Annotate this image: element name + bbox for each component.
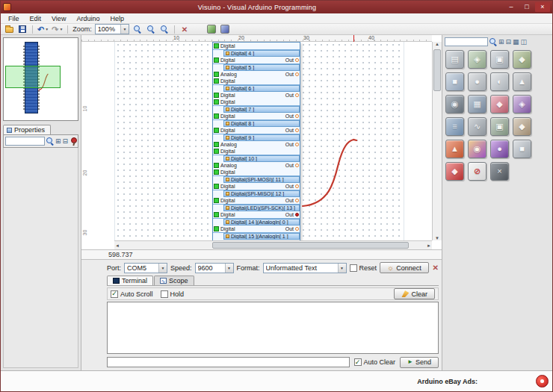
- filter-icon[interactable]: ◫: [521, 39, 528, 46]
- board-channel[interactable]: Digital[ 7 ]DigitalOut: [213, 105, 300, 119]
- board-channel[interactable]: Digital[ 4 ]DigitalOut: [213, 49, 300, 63]
- open-button[interactable]: [4, 25, 14, 34]
- input-pin[interactable]: [214, 198, 219, 203]
- scroll-down-icon[interactable]: ▼: [435, 236, 439, 240]
- view-mode-icon[interactable]: ▦: [513, 39, 519, 46]
- board-channel[interactable]: Digital[ 5 ]AnalogOutDigital: [213, 63, 300, 84]
- toolbox-icon[interactable]: ◆: [513, 117, 531, 136]
- toolbox-icon[interactable]: ◈: [513, 95, 531, 113]
- collapse-all-icon[interactable]: ⊟: [506, 39, 512, 46]
- toolbox-icon[interactable]: ◆: [513, 50, 531, 69]
- zoom-out-button[interactable]: [159, 25, 170, 34]
- toolbox-icon[interactable]: ◆: [490, 95, 509, 113]
- collapse-all-icon[interactable]: ⊟: [62, 138, 68, 145]
- zoom-in-button[interactable]: [132, 25, 143, 34]
- board-channel[interactable]: Digital[ 9 ]AnalogOutDigital: [213, 134, 300, 155]
- toolbox-icon[interactable]: ◐: [490, 72, 509, 91]
- toolbox-icon[interactable]: ×: [490, 162, 509, 181]
- output-pin[interactable]: [295, 199, 299, 202]
- zoom-fit-button[interactable]: [146, 25, 156, 34]
- menu-item-view[interactable]: View: [46, 15, 71, 22]
- output-pin[interactable]: [295, 143, 299, 146]
- board-channel[interactable]: Digital[ 6 ]DigitalOutDigital: [213, 84, 300, 105]
- arduino-board[interactable]: DigitalDigital[ 4 ]DigitalOutDigital[ 5 …: [212, 42, 300, 250]
- output-pin[interactable]: [295, 58, 299, 62]
- ebay-ads-icon[interactable]: [536, 375, 549, 388]
- design-canvas[interactable]: 10203040 102030 DigitalDigital[ 4 ]Digit…: [81, 35, 442, 250]
- input-pin[interactable]: [214, 226, 219, 231]
- toolbox-icon[interactable]: ◈: [468, 50, 486, 69]
- toolbox-icon[interactable]: ▤: [445, 50, 464, 69]
- input-pin[interactable]: [214, 142, 219, 147]
- search-icon[interactable]: [46, 137, 54, 145]
- input-pin[interactable]: [214, 184, 219, 189]
- tab-properties[interactable]: Properties: [3, 125, 51, 134]
- output-pin[interactable]: [295, 184, 299, 188]
- toolbox-icon[interactable]: ▦: [468, 95, 486, 113]
- board-channel[interactable]: Digital[ 10 ]AnalogOutDigital: [213, 155, 300, 175]
- redo-button[interactable]: ↷▼: [52, 25, 63, 34]
- toolbox-icon[interactable]: ◉: [468, 140, 486, 158]
- tab-scope[interactable]: ∿ Scope: [154, 276, 194, 285]
- vertical-scrollbar[interactable]: ▲ ▼: [432, 42, 442, 240]
- toolbox-icon[interactable]: ▣: [490, 50, 509, 69]
- toolbox-search-input[interactable]: [445, 37, 488, 46]
- input-pin[interactable]: [214, 72, 219, 77]
- minimize-button[interactable]: –: [504, 2, 519, 12]
- send-button[interactable]: ► Send: [400, 357, 439, 368]
- output-pin[interactable]: [295, 164, 299, 167]
- format-select[interactable]: Unformatted Text ▼: [263, 263, 347, 273]
- input-pin[interactable]: [214, 128, 219, 133]
- output-pin[interactable]: [295, 227, 299, 231]
- input-pin[interactable]: [214, 149, 219, 154]
- scroll-right-icon[interactable]: ►: [427, 243, 431, 248]
- toolbox-icon[interactable]: ◆: [445, 162, 464, 181]
- input-pin[interactable]: [214, 113, 219, 119]
- zoom-select[interactable]: 100% ▼: [95, 24, 129, 34]
- menu-item-edit[interactable]: Edit: [25, 15, 47, 22]
- properties-search-input[interactable]: [5, 137, 45, 146]
- input-pin[interactable]: [214, 169, 219, 175]
- toolbox-icon[interactable]: ■: [445, 72, 464, 91]
- board-channel[interactable]: Digital(SPI-MISO)[ 12 ]DigitalOut: [213, 190, 300, 204]
- horizontal-scroll-thumb[interactable]: [212, 242, 409, 249]
- close-panel-icon[interactable]: ✕: [433, 264, 439, 272]
- vertical-scroll-thumb[interactable]: [433, 49, 441, 91]
- search-icon[interactable]: [489, 38, 497, 46]
- clear-button[interactable]: Clear: [394, 288, 435, 299]
- toolbox-icon[interactable]: ▲: [513, 72, 531, 91]
- input-pin[interactable]: [214, 78, 219, 84]
- port-select[interactable]: COM5 ▼: [124, 263, 167, 273]
- output-pin[interactable]: [295, 72, 299, 76]
- reset-checkbox[interactable]: Reset: [350, 264, 377, 272]
- output-pin[interactable]: [295, 213, 299, 217]
- menu-item-file[interactable]: File: [3, 15, 25, 22]
- scroll-up-icon[interactable]: ▲: [435, 42, 439, 46]
- menu-item-arduino[interactable]: Arduino: [71, 15, 105, 22]
- input-pin[interactable]: [214, 163, 219, 168]
- output-pin[interactable]: [295, 114, 299, 118]
- tab-terminal[interactable]: Terminal: [107, 276, 153, 285]
- toolbox-icon[interactable]: ≡: [445, 117, 464, 136]
- board-channel[interactable]: Digital(LED)(SPI-SCK)[ 13 ]DigitalOut: [213, 204, 300, 218]
- save-button[interactable]: [17, 25, 28, 34]
- board-channel[interactable]: Digital[ 14 ](AnalogIn[ 0 ]DigitalOut: [213, 218, 300, 232]
- input-pin[interactable]: [214, 43, 219, 49]
- board-channel[interactable]: Digital(SPI-MOSI)[ 11 ]DigitalOut: [213, 175, 300, 190]
- undo-button[interactable]: ↶▼: [37, 25, 49, 34]
- board-select-button[interactable]: [206, 25, 217, 34]
- pin-icon[interactable]: [69, 137, 76, 146]
- send-input[interactable]: [107, 357, 350, 367]
- input-pin[interactable]: [214, 57, 219, 63]
- toolbox-icon[interactable]: ▲: [445, 140, 464, 158]
- connect-button[interactable]: ☼ Connect: [380, 262, 429, 273]
- viewport-rect[interactable]: [5, 66, 61, 88]
- toolbox-icon[interactable]: ◉: [445, 95, 464, 113]
- hold-checkbox[interactable]: Hold: [161, 290, 185, 298]
- maximize-button[interactable]: □: [519, 2, 534, 12]
- toolbox-icon[interactable]: ●: [490, 140, 509, 158]
- components-button[interactable]: [220, 25, 230, 34]
- input-pin[interactable]: [214, 93, 219, 98]
- menu-item-help[interactable]: Help: [105, 15, 129, 22]
- output-pin[interactable]: [295, 128, 299, 132]
